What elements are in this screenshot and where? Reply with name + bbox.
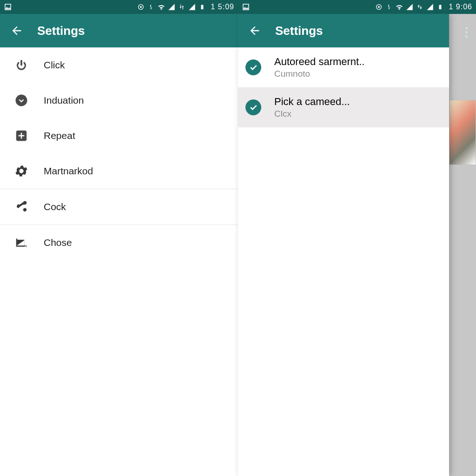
status-time: 1 5:09 (211, 3, 234, 11)
location-icon (375, 3, 383, 11)
wifi-icon (157, 3, 165, 11)
list-item-click[interactable]: Click (0, 47, 238, 83)
share-icon (6, 200, 37, 214)
back-button[interactable] (7, 20, 27, 41)
battery-icon (198, 3, 206, 11)
status-time: 1 9:06 (449, 3, 472, 11)
svg-point-5 (378, 6, 380, 8)
settings-sheet: Settings Autoreed sarmernt.. Cumnoto Pic… (238, 14, 449, 476)
list-item-label: Click (44, 60, 65, 71)
signal-icon (167, 3, 176, 11)
check-circle-icon (245, 99, 261, 115)
arrow-left-icon (10, 24, 23, 37)
option-title: Pick a cameed... (274, 96, 350, 108)
app-bar-title: Settings (37, 24, 85, 38)
phone-left: 1 5:09 Settings Click Induation Repeat (0, 0, 238, 476)
signal2-icon (188, 3, 196, 11)
list-item-martnarkod[interactable]: Martnarkod (0, 153, 238, 189)
status-bar: 1 9:06 (238, 0, 476, 14)
vibrate-icon (385, 3, 393, 11)
image-icon (242, 3, 250, 11)
svg-point-1 (140, 6, 142, 8)
status-bar: 1 5:09 (0, 0, 238, 14)
option-subtitle: Clcx (274, 109, 350, 119)
app-bar: Settings (238, 14, 449, 47)
download-circle-icon (6, 93, 37, 107)
more-vert-icon (465, 27, 468, 29)
signal-icon (405, 3, 414, 11)
list-item-label: Chose (44, 237, 72, 248)
option-pick-cameed[interactable]: Pick a cameed... Clcx (238, 87, 449, 127)
back-button[interactable] (245, 20, 265, 41)
list-item-cock[interactable]: Cock (0, 189, 238, 225)
location-icon (137, 3, 145, 11)
check-circle-icon (245, 60, 261, 75)
power-icon (6, 58, 37, 72)
vibrate-icon (147, 3, 155, 11)
overflow-menu-button[interactable] (465, 26, 468, 39)
option-subtitle: Cumnoto (274, 69, 364, 79)
data-icon (178, 3, 186, 11)
wifi-icon (395, 3, 403, 11)
svg-point-2 (16, 95, 27, 106)
arrow-left-icon (248, 24, 261, 37)
list-item-induation[interactable]: Induation (0, 83, 238, 118)
battery-icon (436, 3, 444, 11)
option-title: Autoreed sarmernt.. (274, 56, 364, 68)
image-icon (4, 3, 12, 11)
list-item-label: Martnarkod (44, 165, 93, 177)
data-icon (416, 3, 424, 11)
list-item-label: Cock (44, 201, 66, 212)
list-item-repeat[interactable]: Repeat (0, 118, 238, 153)
list-item-label: Induation (44, 95, 84, 106)
signal2-icon (426, 3, 434, 11)
app-bar-title: Settings (275, 24, 323, 38)
settings-list: Click Induation Repeat Martnarkod Cock (0, 47, 238, 260)
list-item-chose[interactable]: Chose (0, 225, 238, 260)
list-item-label: Repeat (44, 130, 75, 141)
phone-right: 1 9:06 Settings Autoreed sarmernt.. Cumn… (238, 0, 476, 476)
gear-icon (6, 164, 37, 178)
option-autoreed[interactable]: Autoreed sarmernt.. Cumnoto (238, 47, 449, 87)
background-thumbnail (449, 100, 476, 165)
plus-box-icon (6, 129, 37, 143)
crop-icon (6, 236, 37, 250)
app-bar: Settings (0, 14, 238, 47)
